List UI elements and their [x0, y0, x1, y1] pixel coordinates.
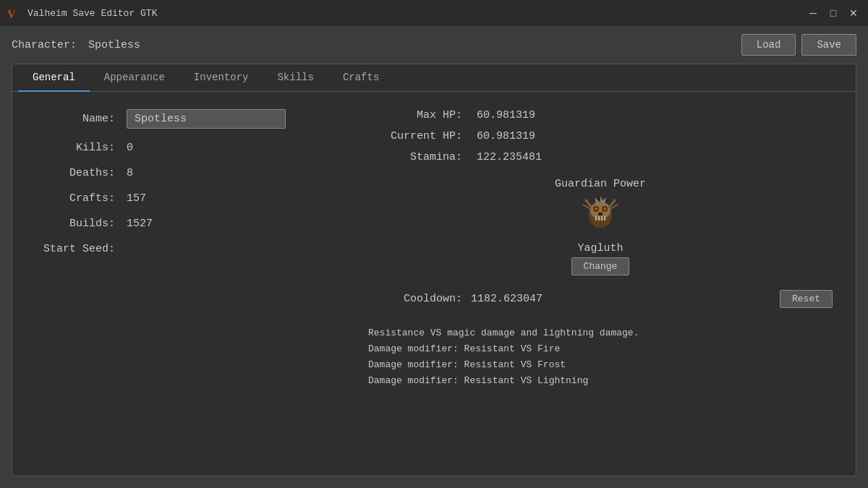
- left-panel: Name: Kills: 0 Deaths: 8 Crafts: 157 Bui…: [35, 109, 310, 458]
- save-button[interactable]: Save: [801, 34, 856, 56]
- start-seed-row: Start Seed:: [35, 243, 310, 255]
- deaths-label: Deaths:: [35, 167, 115, 179]
- svg-point-5: [595, 207, 598, 211]
- max-hp-label: Max HP:: [368, 109, 462, 121]
- app-title: Valheim Save Editor GTK: [27, 8, 157, 19]
- description-line: Resistance VS magic damage and lightning…: [368, 325, 833, 341]
- start-seed-label: Start Seed:: [35, 243, 115, 255]
- stamina-value: 122.235481: [477, 151, 542, 163]
- reset-cooldown-button[interactable]: Reset: [780, 290, 833, 308]
- crafts-row: Crafts: 157: [35, 192, 310, 205]
- tab-bar: General Appearance Inventory Skills Craf…: [12, 64, 856, 92]
- guardian-icon: [577, 193, 624, 239]
- minimize-button[interactable]: ─: [804, 5, 822, 21]
- max-hp-value: 60.981319: [477, 109, 535, 121]
- kills-row: Kills: 0: [35, 142, 310, 154]
- builds-label: Builds:: [35, 218, 115, 230]
- svg-rect-12: [604, 216, 605, 221]
- app-icon: V: [6, 5, 22, 21]
- cooldown-label: Cooldown:: [368, 293, 462, 305]
- stamina-label: Stamina:: [368, 151, 462, 163]
- svg-rect-7: [598, 213, 603, 215]
- svg-text:V: V: [7, 8, 16, 20]
- svg-rect-11: [601, 216, 603, 221]
- general-tab-content: Name: Kills: 0 Deaths: 8 Crafts: 157 Bui…: [12, 92, 856, 476]
- builds-row: Builds: 1527: [35, 218, 310, 230]
- load-button[interactable]: Load: [741, 34, 796, 56]
- main-panel: General Appearance Inventory Skills Craf…: [0, 64, 868, 488]
- tab-crafts[interactable]: Crafts: [328, 64, 393, 92]
- title-bar-left: V Valheim Save Editor GTK: [6, 5, 157, 21]
- kills-label: Kills:: [35, 142, 115, 154]
- builds-value: 1527: [127, 218, 153, 230]
- close-button[interactable]: ✕: [845, 5, 862, 21]
- current-hp-label: Current HP:: [368, 130, 462, 142]
- change-guardian-button[interactable]: Change: [571, 257, 630, 275]
- header-buttons: Load Save: [741, 34, 856, 56]
- kills-value: 0: [127, 142, 133, 154]
- svg-point-6: [603, 207, 607, 211]
- tab-skills[interactable]: Skills: [263, 64, 328, 92]
- name-input[interactable]: [127, 109, 286, 129]
- crafts-label: Crafts:: [35, 192, 115, 205]
- maximize-button[interactable]: □: [825, 5, 842, 21]
- cooldown-value: 1182.623047: [471, 293, 771, 305]
- title-bar: V Valheim Save Editor GTK ─ □ ✕: [0, 0, 868, 26]
- svg-rect-10: [598, 216, 600, 221]
- name-label: Name:: [35, 113, 115, 125]
- guardian-name: Yagluth: [577, 242, 623, 254]
- description-line: Damage modifier: Resistant VS Lightning: [368, 373, 833, 389]
- stamina-row: Stamina: 122.235481: [368, 151, 833, 163]
- tab-inventory[interactable]: Inventory: [179, 64, 263, 92]
- window-controls: ─ □ ✕: [804, 5, 862, 21]
- right-panel: Max HP: 60.981319 Current HP: 60.981319 …: [368, 109, 833, 458]
- tab-container: General Appearance Inventory Skills Craf…: [12, 64, 856, 476]
- current-hp-value: 60.981319: [477, 130, 535, 142]
- description-line: Damage modifier: Resistant VS Frost: [368, 357, 833, 373]
- guardian-power-label: Guardian Power: [555, 178, 646, 190]
- character-label: Character:: [12, 39, 77, 51]
- tab-general[interactable]: General: [18, 64, 90, 92]
- character-name-display: Spotless: [88, 39, 140, 51]
- header-bar: Character: Spotless Load Save: [0, 26, 868, 64]
- cooldown-row: Cooldown: 1182.623047 Reset: [368, 290, 833, 308]
- crafts-value: 157: [127, 192, 146, 205]
- deaths-value: 8: [127, 167, 133, 179]
- svg-rect-9: [595, 216, 597, 221]
- max-hp-row: Max HP: 60.981319: [368, 109, 833, 121]
- deaths-row: Deaths: 8: [35, 167, 310, 179]
- guardian-section: Guardian Power: [368, 178, 833, 275]
- guardian-description: Resistance VS magic damage and lightning…: [368, 325, 833, 389]
- description-line: Damage modifier: Resistant VS Fire: [368, 341, 833, 357]
- current-hp-row: Current HP: 60.981319: [368, 130, 833, 142]
- name-row: Name:: [35, 109, 310, 129]
- tab-appearance[interactable]: Appearance: [90, 64, 179, 92]
